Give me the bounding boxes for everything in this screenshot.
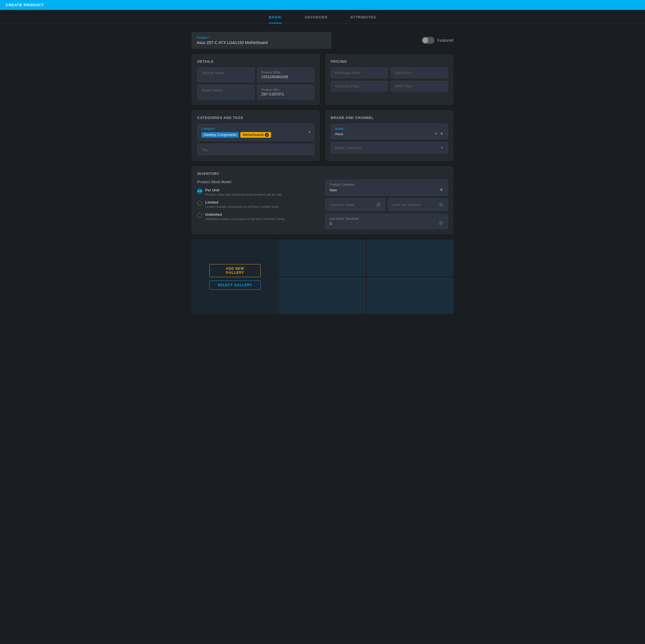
pricing-panel: PRICING Purchase Price * Sell Price * Re…: [326, 54, 453, 105]
low-stock-label: Low Stock Threshold: [330, 217, 359, 220]
brand-value-row: Asus ✕ ▼: [335, 131, 444, 136]
brand-select[interactable]: Brand * Asus ✕ ▼: [331, 124, 448, 139]
per-unit-option: Per Unit Product Units with individual s…: [205, 188, 282, 196]
inventory-panel: INVENTORY Product Stock Model Per Unit P…: [192, 167, 453, 234]
brand-chevron-down-icon[interactable]: ▼: [440, 131, 444, 136]
radio-unlimited-circle[interactable]: [197, 213, 202, 218]
sell-price-label: Sell Price *: [395, 71, 413, 75]
limit-per-lifetime-help-icon[interactable]: ?: [438, 202, 444, 207]
red-line-price-field[interactable]: Red Line Price: [331, 81, 388, 91]
sku-field[interactable]: Product SKU Z87-C207071: [257, 85, 314, 99]
model-name-field[interactable]: Model Name: [197, 85, 254, 99]
sell-price-field[interactable]: Sell Price *: [391, 68, 448, 78]
retail-channels-chevron-icon: ▼: [440, 146, 444, 150]
radio-per-unit[interactable]: Per Unit Product Units with individual s…: [197, 188, 319, 196]
limit-per-lifetime-placeholder: Limit Per Lifetime: [392, 203, 421, 207]
product-name-field[interactable]: Product * Asus Z87-C ATX LGA1150 Motherb…: [192, 32, 331, 49]
condition-value-row: New ▼: [330, 188, 444, 193]
limit-per-order-field[interactable]: Limit Per Order ?: [326, 199, 385, 211]
limit-per-order-placeholder: Limit Per Order: [330, 203, 355, 207]
model-name-placeholder: Model Name: [201, 88, 222, 92]
issn-field[interactable]: Product ISSN 2251245481026: [257, 68, 314, 82]
sku-label: Product SKU: [261, 88, 310, 91]
retail-channels-placeholder: Retail Channels: [335, 146, 361, 150]
condition-select[interactable]: Product Condition New ▼: [326, 180, 448, 196]
featured-toggle[interactable]: Featured: [422, 37, 453, 44]
retail-channels-select[interactable]: Retail Channels ▼: [331, 142, 448, 153]
tab-attributes[interactable]: ATTRIBUTES: [350, 15, 376, 23]
purchase-price-label: Purchase Price *: [335, 71, 363, 75]
condition-limits-section: Product Condition New ▼ Limit Per Order …: [326, 180, 448, 229]
pricing-grid: Purchase Price * Sell Price * Red Line P…: [331, 68, 448, 91]
low-stock-help-icon[interactable]: ?: [438, 221, 444, 226]
radio-limited[interactable]: Limited Limited number of products to se…: [197, 200, 319, 209]
categories-brand-row: CATEGORIES AND TAGS Category * Desktop C…: [192, 110, 453, 161]
pricing-title: PRICING: [331, 60, 448, 64]
issn-value: 2251245481026: [261, 75, 310, 79]
tab-basic[interactable]: BASIC: [269, 15, 281, 23]
issn-label: Product ISSN: [261, 71, 310, 74]
purchase-price-field[interactable]: Purchase Price *: [331, 68, 388, 78]
details-panel: DETAILS Display Name Product ISSN 225124…: [192, 54, 319, 105]
mrp-price-label: MRP Price: [395, 84, 413, 88]
main-content: Product * Asus Z87-C ATX LGA1150 Motherb…: [186, 29, 459, 325]
category-select[interactable]: Category * Desktop Components Motherboar…: [197, 124, 314, 141]
radio-limited-circle[interactable]: [197, 201, 202, 206]
page-title: CREATE PRODUCT: [6, 3, 44, 7]
sku-value: Z87-C207071: [261, 92, 310, 96]
gallery-section: ADD NEW GALLERY SELECT GALLERY: [192, 240, 453, 314]
limited-label: Limited: [205, 200, 279, 205]
limited-desc: Limited number of products to sell from …: [205, 205, 279, 209]
brand-label: Brand *: [335, 127, 444, 130]
limit-per-lifetime-field[interactable]: Limit Per Lifetime ?: [388, 199, 448, 211]
low-stock-inner: Low Stock Threshold 3: [330, 217, 359, 226]
unlimited-label: Unlimited: [205, 213, 285, 217]
brand-actions: ✕ ▼: [434, 131, 444, 136]
inventory-grid: Product Stock Model Per Unit Product Uni…: [197, 180, 448, 229]
low-stock-value: 3: [330, 222, 359, 226]
details-grid: Display Name Product ISSN 2251245481026 …: [197, 68, 314, 99]
gallery-thumbnails: [279, 240, 453, 314]
gallery-thumb-2: [367, 240, 453, 276]
gallery-thumb-1: [279, 240, 366, 276]
brand-title: BRAND AND CHANNEL: [331, 116, 448, 120]
category-label: Category *: [201, 127, 310, 130]
inventory-title: INVENTORY: [197, 172, 448, 176]
display-name-field[interactable]: Display Name: [197, 68, 254, 82]
top-bar: CREATE PRODUCT: [0, 0, 645, 10]
limit-grid: Limit Per Order ? Limit Per Lifetime ?: [326, 199, 448, 211]
tab-advanced[interactable]: ADVANCED: [304, 15, 328, 23]
product-field-value: Asus Z87-C ATX LGA1150 Motherboard: [197, 40, 326, 45]
category-tags: Desktop Components Motherboards ✕: [201, 132, 310, 138]
stock-model-title: Product Stock Model: [197, 180, 319, 184]
category-tag-close[interactable]: ✕: [265, 133, 269, 137]
brand-panel: BRAND AND CHANNEL Brand * Asus ✕ ▼ Retai…: [326, 110, 453, 161]
radio-unlimited[interactable]: Unlimited Unlimited number of products t…: [197, 213, 319, 221]
condition-chevron-icon: ▼: [439, 188, 444, 193]
mrp-price-field[interactable]: MRP Price: [391, 81, 448, 91]
tag-input[interactable]: Tag: [197, 144, 314, 155]
condition-label: Product Condition: [330, 183, 444, 186]
unlimited-option: Unlimited Unlimited number of products t…: [205, 213, 285, 221]
details-title: DETAILS: [197, 60, 314, 64]
select-gallery-button[interactable]: SELECT GALLERY: [209, 281, 260, 290]
display-name-placeholder: Display Name: [201, 71, 224, 75]
featured-toggle-switch[interactable]: [422, 37, 434, 44]
unlimited-desc: Unlimited number of products to sell fro…: [205, 217, 285, 221]
category-tag-desktop: Desktop Components: [201, 132, 239, 138]
radio-per-unit-circle[interactable]: [197, 189, 202, 194]
gallery-main: ADD NEW GALLERY SELECT GALLERY: [192, 240, 278, 314]
category-tag-motherboards: Motherboards ✕: [240, 132, 271, 138]
add-new-gallery-button[interactable]: ADD NEW GALLERY: [209, 264, 260, 277]
limited-option: Limited Limited number of products to se…: [205, 200, 279, 209]
brand-clear-icon[interactable]: ✕: [434, 131, 438, 136]
gallery-thumb-4: [367, 277, 453, 314]
per-unit-desc: Product Units with individual serial num…: [205, 193, 282, 196]
low-stock-field[interactable]: Low Stock Threshold 3 ?: [326, 214, 448, 229]
limit-per-order-help-icon[interactable]: ?: [376, 202, 381, 207]
tabs-bar: BASIC ADVANCED ATTRIBUTES: [0, 10, 645, 24]
category-chevron-down-icon: ▼: [308, 130, 311, 134]
product-field-label: Product *: [197, 36, 326, 39]
brand-value: Asus: [335, 132, 343, 136]
categories-title: CATEGORIES AND TAGS: [197, 116, 314, 120]
